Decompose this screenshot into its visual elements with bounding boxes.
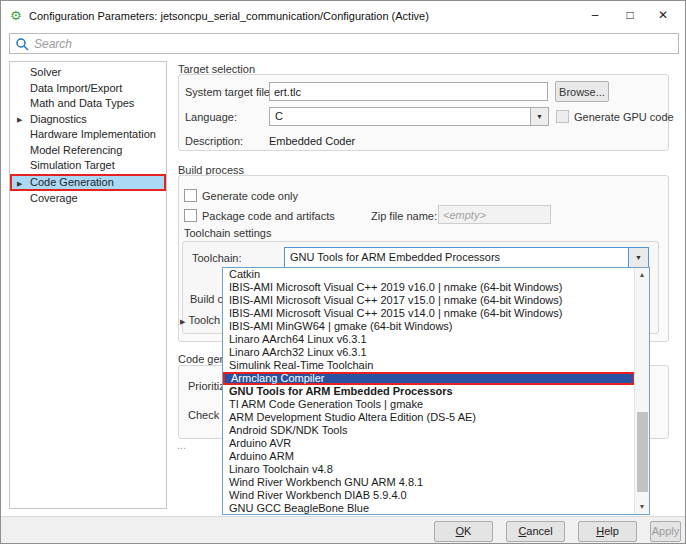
chevron-down-icon: ▼ xyxy=(536,113,543,120)
toolchain-option[interactable]: Wind River Workbench GNU ARM 4.8.1 xyxy=(223,476,635,489)
toolchain-option-label: GNU Tools for ARM Embedded Processors xyxy=(229,385,453,397)
scroll-down-icon[interactable]: ▼ xyxy=(635,500,649,514)
toolchain-option[interactable]: Catkin xyxy=(223,268,635,281)
generate-code-only-checkbox[interactable] xyxy=(184,189,197,202)
sidebar-item-label: Solver xyxy=(30,66,61,78)
sidebar-item[interactable]: ▶ Code Generation xyxy=(10,174,166,191)
toolchain-option[interactable]: Linaro AArch64 Linux v6.3.1 xyxy=(223,333,635,346)
gear-icon: ⚙ xyxy=(10,8,25,23)
toolchain-option[interactable]: Android SDK/NDK Tools xyxy=(223,424,635,437)
expand-arrow-icon: ▶ xyxy=(180,318,185,325)
close-button[interactable]: ✕ xyxy=(650,4,676,27)
toolchain-option-label: Linaro AArch32 Linux v6.3.1 xyxy=(229,346,367,358)
toolchain-value: GNU Tools for ARM Embedded Processors xyxy=(290,251,500,263)
toolchain-option[interactable]: Linaro AArch32 Linux v6.3.1 xyxy=(223,346,635,359)
sidebar-item-label: Coverage xyxy=(30,192,78,204)
toolchain-option-label: IBIS-AMI Microsoft Visual C++ 2015 v14.0… xyxy=(229,307,562,319)
toolchain-option[interactable]: Arduino ARM xyxy=(223,450,635,463)
dialog-button[interactable]: Help xyxy=(578,521,637,542)
toolchain-option[interactable]: Wind River Workbench DIAB 5.9.4.0 xyxy=(223,489,635,502)
toolchain-option[interactable]: IBIS-AMI MinGW64 | gmake (64-bit Windows… xyxy=(223,320,635,333)
toolchain-label: Toolchain: xyxy=(192,252,242,264)
toolchain-option[interactable]: IBIS-AMI Microsoft Visual C++ 2015 v14.0… xyxy=(223,307,635,320)
title-bar: ⚙ Configuration Parameters: jetsoncpu_se… xyxy=(1,1,685,31)
generate-gpu-code-checkbox[interactable] xyxy=(556,110,569,123)
sidebar-item-label: Data Import/Export xyxy=(30,82,122,94)
dialog-button[interactable]: Cancel xyxy=(506,521,565,542)
scroll-up-icon[interactable]: ▲ xyxy=(635,268,649,282)
sidebar-item[interactable]: ▶ Hardware Implementation xyxy=(10,127,166,143)
browse-button[interactable]: Browse... xyxy=(555,81,609,102)
language-dropdown-button[interactable]: ▼ xyxy=(530,108,548,125)
package-code-checkbox[interactable] xyxy=(184,209,197,222)
zip-file-name-label: Zip file name: xyxy=(371,210,437,222)
window-title: Configuration Parameters: jetsoncpu_seri… xyxy=(29,10,429,22)
scrollbar-thumb[interactable] xyxy=(637,412,648,492)
search-input[interactable] xyxy=(34,35,664,52)
system-target-file-input[interactable] xyxy=(269,82,548,101)
toolchain-option-label: Linaro AArch64 Linux v6.3.1 xyxy=(229,333,367,345)
sidebar-item[interactable]: ▶ Diagnostics xyxy=(10,112,166,128)
language-label: Language: xyxy=(185,111,237,123)
maximize-button[interactable]: □ xyxy=(617,4,643,27)
generate-gpu-code-label: Generate GPU code xyxy=(574,111,674,123)
toolchain-option-label: ARM Development Studio Altera Edition (D… xyxy=(229,411,476,423)
footer-bar: OK Cancel Help Apply xyxy=(1,516,685,544)
chevron-down-icon: ▼ xyxy=(635,254,642,261)
toolchain-option[interactable]: GNU Tools for ARM Embedded Processors xyxy=(223,385,635,398)
clipped-ellipsis: ... xyxy=(177,439,186,451)
description-label: Description: xyxy=(185,135,243,147)
toolchain-option[interactable]: TI ARM Code Generation Tools | gmake xyxy=(223,398,635,411)
toolchain-option[interactable]: GNU GCC BeagleBone Blue xyxy=(223,502,635,514)
toolchain-dropdown-popup: Catkin IBIS-AMI Microsoft Visual C++ 201… xyxy=(222,267,650,515)
dialog-button[interactable]: Apply xyxy=(650,521,681,542)
toolchain-option-label: Simulink Real-Time Toolchain xyxy=(229,359,373,371)
sidebar-item-label: Hardware Implementation xyxy=(30,128,156,140)
category-tree: ▶ Solver ▶ Data Import/Export ▶ Math and… xyxy=(9,61,167,509)
toolchain-option[interactable]: Arduino AVR xyxy=(223,437,635,450)
sidebar-item[interactable]: ▶ Simulation Target xyxy=(10,158,166,174)
toolchain-option[interactable]: IBIS-AMI Microsoft Visual C++ 2017 v15.0… xyxy=(223,294,635,307)
toolchain-option-label: Linaro Toolchain v4.8 xyxy=(229,463,333,475)
zip-file-name-input[interactable] xyxy=(438,205,551,224)
expand-arrow-icon[interactable]: ▶ xyxy=(17,177,22,190)
sidebar-item[interactable]: ▶ Math and Data Types xyxy=(10,96,166,112)
expand-arrow-icon[interactable]: ▶ xyxy=(17,112,22,128)
sidebar-item-label: Simulation Target xyxy=(30,159,115,171)
toolchain-combo[interactable]: GNU Tools for ARM Embedded Processors ▼ xyxy=(284,247,649,268)
sidebar-item[interactable]: ▶ Coverage xyxy=(10,191,166,207)
toolchain-option[interactable]: ARM Development Studio Altera Edition (D… xyxy=(223,411,635,424)
toolchain-option[interactable]: Simulink Real-Time Toolchain xyxy=(223,359,635,372)
sidebar-item[interactable]: ▶ Model Referencing xyxy=(10,143,166,159)
toolchain-settings-label: Toolchain settings xyxy=(184,227,271,239)
toolchain-option[interactable]: Linaro Toolchain v4.8 xyxy=(223,463,635,476)
language-value: C xyxy=(275,110,283,122)
toolchain-option-label: IBIS-AMI Microsoft Visual C++ 2017 v15.0… xyxy=(229,294,562,306)
sidebar-item-label: Diagnostics xyxy=(30,113,87,125)
toolchain-option-label: IBIS-AMI MinGW64 | gmake (64-bit Windows… xyxy=(229,320,453,332)
toolchain-option-label: TI ARM Code Generation Tools | gmake xyxy=(229,398,423,410)
toolchain-details-label-clipped[interactable]: ▶Toolch xyxy=(180,314,220,326)
language-combo[interactable]: C ▼ xyxy=(269,107,549,126)
toolchain-option-label: Android SDK/NDK Tools xyxy=(229,424,347,436)
sidebar-item[interactable]: ▶ Solver xyxy=(10,65,166,81)
sidebar-item-label: Model Referencing xyxy=(30,144,122,156)
sidebar-item-label: Code Generation xyxy=(30,176,114,188)
sidebar-item[interactable]: ▶ Data Import/Export xyxy=(10,81,166,97)
toolchain-option-label: GNU GCC BeagleBone Blue xyxy=(229,502,369,514)
toolchain-dropdown-button[interactable]: ▼ xyxy=(628,248,648,267)
system-target-file-label: System target file: xyxy=(185,86,273,98)
toolchain-option[interactable]: Armclang Compiler xyxy=(223,372,635,385)
toolchain-option-label: Arduino ARM xyxy=(229,450,294,462)
toolchain-option[interactable]: IBIS-AMI Microsoft Visual C++ 2019 v16.0… xyxy=(223,281,635,294)
minimize-button[interactable]: – xyxy=(582,4,608,27)
search-icon xyxy=(15,37,30,54)
dialog-button[interactable]: OK xyxy=(434,521,493,542)
dropdown-scrollbar[interactable]: ▲ ▼ xyxy=(634,268,649,514)
sidebar-item-label: Math and Data Types xyxy=(30,97,134,109)
search-box[interactable] xyxy=(9,33,679,54)
toolchain-option-label: Wind River Workbench GNU ARM 4.8.1 xyxy=(229,476,423,488)
toolchain-option-label: Wind River Workbench DIAB 5.9.4.0 xyxy=(229,489,407,501)
toolchain-option-label: Arduino AVR xyxy=(229,437,291,449)
toolchain-option-list: Catkin IBIS-AMI Microsoft Visual C++ 201… xyxy=(223,268,635,514)
